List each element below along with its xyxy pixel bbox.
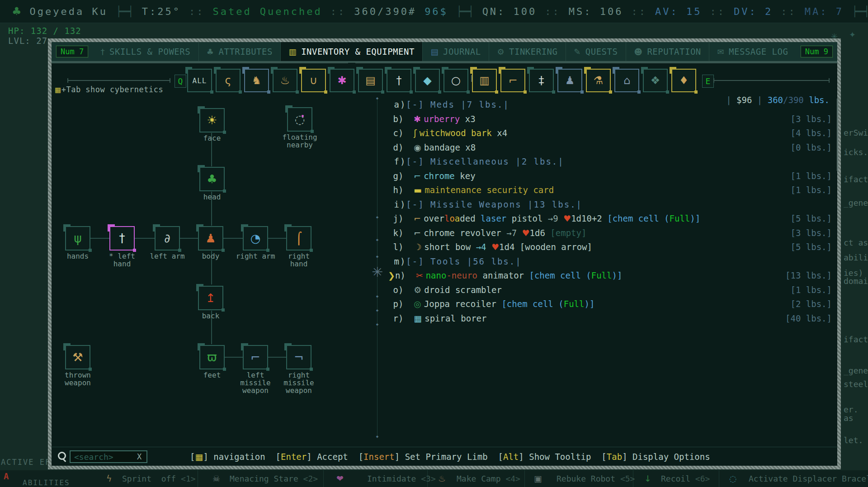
filter-artifacts[interactable]: ❖ <box>643 69 668 92</box>
filter-melee-weapons[interactable]: ‡ <box>529 69 554 92</box>
item-row-b[interactable]: b) ✱ urberry x3[3 lbs.] <box>388 112 832 126</box>
tab-inventory-equipment[interactable]: ▥INVENTORY & EQUIPMENT <box>280 42 422 61</box>
filter-trade-goods[interactable]: ♞ <box>244 69 269 92</box>
row-text: chrome <box>424 171 455 181</box>
slot-hands[interactable]: ψ <box>65 226 90 251</box>
ability-key: <5> <box>620 474 635 483</box>
item-row-n[interactable]: ❯n) ✂ nano-neuro animator [chem cell (Fu… <box>388 269 832 283</box>
slot-back[interactable]: ↥ <box>198 286 223 310</box>
item-row-k[interactable]: k) ⌐ chrome revolver →7 ♥1d6 [empty][3 l… <box>388 226 832 240</box>
attributes-icon: ♣ <box>207 47 214 57</box>
item-row-g[interactable]: g) ⌐ chrome key[1 lbs.] <box>388 169 832 183</box>
filter-figurines[interactable]: ♟ <box>557 69 582 92</box>
reputation-icon: ☻ <box>634 47 642 57</box>
filter-corpses[interactable]: ς <box>216 69 241 92</box>
tab-attributes[interactable]: ♣ATTRIBUTES <box>198 42 281 61</box>
filter-food[interactable]: ♨ <box>273 69 297 92</box>
next-tab-key-badge[interactable]: Num 9 <box>801 46 833 57</box>
slot-floating-nearby[interactable]: ◌ <box>287 107 312 132</box>
slot-right-hand[interactable]: ⌠ <box>286 226 311 251</box>
row-text: witchwood bark <box>420 128 492 138</box>
slot-right-arm-label: right arm <box>231 252 280 260</box>
tab-journal[interactable]: ▤JOURNAL <box>422 42 489 61</box>
ability-separator <box>198 470 198 487</box>
item-glyph-icon: ☽ <box>414 242 424 252</box>
ability-activate-displacer-bracelet[interactable]: Activate Displacer Bracelet <7> <box>749 474 868 483</box>
filter-melee-weapons-icon: ‡ <box>539 74 544 87</box>
item-glyph-icon: ʃ <box>414 128 419 138</box>
item-weight: [40 lbs.] <box>785 312 832 326</box>
item-row-h[interactable]: h) ▬ maintenance security card[1 lbs.] <box>388 183 832 197</box>
item-row-o[interactable]: o) ⚙ droid scrambler[1 lbs.] <box>388 283 832 297</box>
stat-ms: MS: 106 <box>569 6 623 17</box>
row-text: 1d6 <box>530 228 551 238</box>
slot-left-arm-label: left arm <box>142 252 192 260</box>
background-star-icon: ✦ <box>849 30 856 39</box>
category-row-f[interactable]: f)[-] Miscellaneous |2 lbs.| <box>388 155 832 169</box>
search-clear-button[interactable]: X <box>137 452 142 461</box>
tab-tinkering[interactable]: ⚙TINKERING <box>489 42 566 61</box>
filter-missile-weapons[interactable]: ⌐ <box>500 69 525 92</box>
slot-body[interactable]: ♟ <box>198 226 223 251</box>
slot-head[interactable]: ♣ <box>199 167 225 191</box>
slot-left-arm[interactable]: ∂ <box>155 226 180 251</box>
tab-reputation[interactable]: ☻REPUTATION <box>626 42 709 61</box>
item-weight: [3 lbs.] <box>790 226 832 240</box>
category-row-a[interactable]: a)[-] Meds |7 lbs.| <box>388 98 832 112</box>
ability-make-camp[interactable]: Make Camp <4> <box>457 474 520 483</box>
prev-tab-key-badge[interactable]: Num 7 <box>56 46 88 57</box>
status-separator: ┝━┥ <box>852 6 868 17</box>
slot-feet[interactable]: ϖ <box>199 345 225 369</box>
slot-right-arm[interactable]: ◔ <box>243 226 268 251</box>
slot-feet-icon: ϖ <box>207 350 217 364</box>
filter-light-sources[interactable]: ○ <box>443 69 468 92</box>
item-glyph-icon: ✂ <box>416 270 426 280</box>
slot-left-hand[interactable]: † <box>109 226 135 251</box>
status-separator: :: <box>781 6 797 17</box>
filter-water[interactable]: ∪ <box>301 69 326 92</box>
divider-dot: ◆ <box>375 322 379 326</box>
filter-structures[interactable]: ⌂ <box>614 69 639 92</box>
tab-quests[interactable]: ✎QUESTS <box>566 42 626 61</box>
filter-tonics[interactable]: ⚗ <box>586 69 611 92</box>
category-row-m[interactable]: m)[-] Tools |56 lbs.| <box>388 255 832 269</box>
ability-recoil[interactable]: Recoil <6> <box>661 474 710 483</box>
ability-intimidate[interactable]: Intimidate <3> <box>367 474 436 483</box>
filter-books[interactable]: ▤ <box>358 69 383 92</box>
item-row-c[interactable]: c) ʃ witchwood bark x4[4 lbs.] <box>388 126 832 140</box>
filter-tonics-icon: ⚗ <box>594 74 604 87</box>
ability-menacing-stare-icon: ☠ <box>212 473 220 483</box>
slot-left-missile-weapon[interactable]: ⌐ <box>243 345 268 369</box>
scrollbar[interactable] <box>837 99 838 171</box>
journal-icon: ▤ <box>431 47 439 57</box>
slot-hands-label: hands <box>53 252 103 260</box>
tab-skills-powers[interactable]: †SKILLS & POWERS <box>93 42 198 61</box>
ability-rebuke-robot[interactable]: Rebuke Robot <5> <box>557 474 635 483</box>
ability-sprint[interactable]: Sprint off <1> <box>122 474 196 483</box>
slot-face[interactable]: ☀ <box>199 108 225 132</box>
filter-trinkets[interactable]: ◆ <box>415 69 440 92</box>
search-input[interactable] <box>70 450 147 463</box>
item-row-r[interactable]: r) ▦ spiral borer[40 lbs.] <box>388 312 832 326</box>
filter-all-button[interactable]: ALL <box>187 69 212 92</box>
category-row-i[interactable]: i)[-] Missile Weapons |13 lbs.| <box>388 198 832 212</box>
item-row-j[interactable]: j) ⌐ overloaded laser pistol →9 ♥1d10+2 … <box>388 212 832 226</box>
filter-ammo[interactable]: † <box>387 69 411 92</box>
filter-armor[interactable]: ▥ <box>472 69 497 92</box>
row-text: g) <box>388 171 414 181</box>
filter-prev-key[interactable]: Q <box>175 75 186 88</box>
item-row-p[interactable]: p) ◎ Joppa recoiler [chem cell (Full)][2… <box>388 297 832 311</box>
item-row-l[interactable]: l) ☽ short bow →4 ♥1d4 [wooden arrow][5 … <box>388 240 832 254</box>
ability-label: Menacing Stare <box>230 474 303 483</box>
ability-menacing-stare[interactable]: Menacing Stare <2> <box>230 474 318 483</box>
stat-ma: MA: 7 <box>805 6 844 17</box>
slot-thrown-weapon[interactable]: ⚒ <box>65 345 90 369</box>
item-row-d[interactable]: d) ◉ bandage x8[0 lbs.] <box>388 141 832 155</box>
row-text: k) <box>388 228 414 238</box>
hint-display-options: [Tab] Display Options <box>601 452 720 462</box>
level-readout: LVL: 27 <box>8 36 47 46</box>
filter-meds[interactable]: ✱ <box>330 69 354 92</box>
slot-right-missile-weapon[interactable]: ¬ <box>286 345 311 369</box>
item-weight: [1 lbs.] <box>790 169 832 183</box>
tab-message-log[interactable]: ✉MESSAGE LOG <box>709 42 796 61</box>
